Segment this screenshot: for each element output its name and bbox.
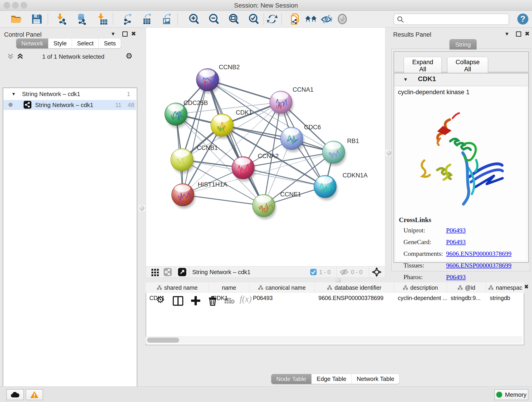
clone-network-icon[interactable] [289,13,302,26]
gene-section-header[interactable]: ▾ CDK1 [394,73,528,86]
help-icon[interactable]: ? [516,13,529,26]
open-session-icon[interactable] [10,13,23,26]
open-in-new-window-icon[interactable] [178,268,186,276]
tab-select[interactable]: Select [72,38,99,48]
save-session-icon[interactable] [30,13,43,26]
network-tree-root-row[interactable]: ▾ String Network – cdk1 1 [3,90,137,99]
import-table-icon[interactable] [96,13,109,26]
table-cell[interactable]: P06493 [249,293,315,303]
show-all-panels-icon[interactable] [305,13,317,26]
import-network-database-icon[interactable] [75,13,88,26]
node-count: 11 [115,102,121,109]
tab-network[interactable]: Network [16,38,48,48]
splitter-handle[interactable] [139,205,145,211]
node-CCNB2[interactable] [196,69,220,94]
fit-selected-crosshair-icon[interactable] [372,267,381,277]
crosslinks-title: CrossLinks [399,216,431,224]
collapse-all-icon[interactable] [6,53,15,60]
scrollbar-thumb[interactable] [147,338,179,343]
birdseye-grid-icon[interactable] [151,268,159,276]
gear-icon[interactable]: ⚙ [126,51,133,61]
panel-close-icon[interactable]: ✖ [525,31,530,37]
crosslink-value[interactable]: P06493 [446,227,466,234]
bar-separator [189,267,190,277]
tree-expander-icon[interactable]: ▾ [12,91,15,97]
hidden-eye-icon[interactable] [340,268,349,276]
node-CCNA2[interactable] [232,157,255,182]
shared-column-icon [258,285,263,290]
table-cell[interactable]: cyclin-dependent ... [394,293,447,303]
node-label-CCNA2: CCNA2 [258,153,279,160]
column-header-6[interactable]: namespac [486,282,524,293]
node-CDKN1A[interactable] [314,175,337,200]
tab-string[interactable]: String [450,39,476,50]
column-header-4[interactable]: description [394,282,447,293]
crosslink-value[interactable]: 9606.ENSP00000378699 [446,250,511,257]
tab-network-table[interactable]: Network Table [352,374,399,384]
warning-button[interactable] [26,389,43,400]
panel-float-icon[interactable] [516,32,521,37]
column-header-2[interactable]: canonical name [249,282,315,293]
panel-menu-icon[interactable]: ▾ [505,31,508,37]
node-label-CDK1: CDK1 [236,109,252,116]
search-box[interactable] [394,13,509,25]
refresh-icon[interactable] [266,13,279,26]
network-tree-row[interactable]: String Network – cdk1 11 48 [3,100,136,110]
search-input[interactable] [406,15,505,23]
network-share-icon[interactable] [163,268,172,276]
crosslink-value[interactable]: 9606.ENSP00000378699 [446,262,511,269]
crosslink-label: GeneCard: [404,238,446,246]
zoom-in-icon[interactable] [187,13,200,26]
crosslink-value[interactable]: P06493 [446,238,466,246]
node-CDK1[interactable] [211,114,234,139]
export-image-icon[interactable] [160,13,173,26]
column-header-5[interactable]: @id [447,282,486,293]
table-cell[interactable]: CDK1 [146,293,209,303]
zoom-fit-icon[interactable] [227,13,240,26]
node-table[interactable]: shared namenamecanonical namedatabase id… [146,282,524,345]
panel-splitter[interactable] [138,205,145,211]
table-h-scrollbar[interactable] [146,337,522,344]
node-CDC25B[interactable] [165,103,188,128]
column-header-3[interactable]: database identifier [315,282,394,293]
node-CDC6[interactable] [280,127,304,152]
selected-checkbox-icon[interactable] [310,269,317,275]
network-canvas[interactable]: CCNB2CCNA1CDC25BCDK1CDC6RB1CCNB1CCNA2CDK… [146,27,385,266]
table-tabs: Node Table Edge Table Network Table [271,374,399,384]
collapse-all-button[interactable]: Collapse All [447,57,488,75]
node-label-CCNE1: CCNE1 [280,191,301,198]
cloud-button[interactable] [6,389,24,400]
column-label: shared name [164,284,198,291]
panel-menu-icon[interactable]: ▾ [112,31,114,37]
panel-float-icon[interactable] [122,32,128,37]
import-network-file-icon[interactable] [56,13,68,26]
edge-CCNB2-HIST1H1A[interactable] [183,80,208,195]
tab-edge-table[interactable]: Edge Table [312,374,352,384]
hide-selected-icon[interactable] [320,13,333,26]
tab-sets[interactable]: Sets [99,38,121,48]
table-panel: Table Panel ▾ ✖ ⚙ f(x) shared namenameca… [146,282,532,386]
toolbar-separator [177,13,178,25]
table-cell[interactable]: stringdb [486,293,524,303]
memory-button[interactable]: Memory [494,389,528,400]
zoom-out-icon[interactable] [207,13,220,26]
tab-node-table[interactable]: Node Table [271,374,312,384]
panel-close-icon[interactable]: ✖ [131,31,136,37]
zoom-selected-icon[interactable] [247,13,260,26]
export-network-icon[interactable] [121,13,134,26]
table-cell[interactable]: stringdb:9... [447,293,486,303]
expand-all-icon[interactable] [16,53,24,60]
crosslink-value[interactable]: P06493 [446,274,466,281]
expand-all-button[interactable]: Expand All [404,57,442,75]
node-CCNA1[interactable] [270,91,293,116]
column-header-1[interactable]: name [209,282,249,293]
export-table-icon[interactable] [141,13,153,26]
tab-style[interactable]: Style [48,38,72,48]
table-cell[interactable]: 9606.ENSP00000378699 [315,293,394,303]
section-expander-icon[interactable]: ▾ [404,76,407,83]
node-HIST1H1A[interactable] [172,184,195,209]
node-CCNE1[interactable] [253,194,276,219]
node-RB1[interactable] [322,141,346,166]
table-cell[interactable]: CDK1 [209,293,249,303]
column-header-0[interactable]: shared name [146,282,209,293]
